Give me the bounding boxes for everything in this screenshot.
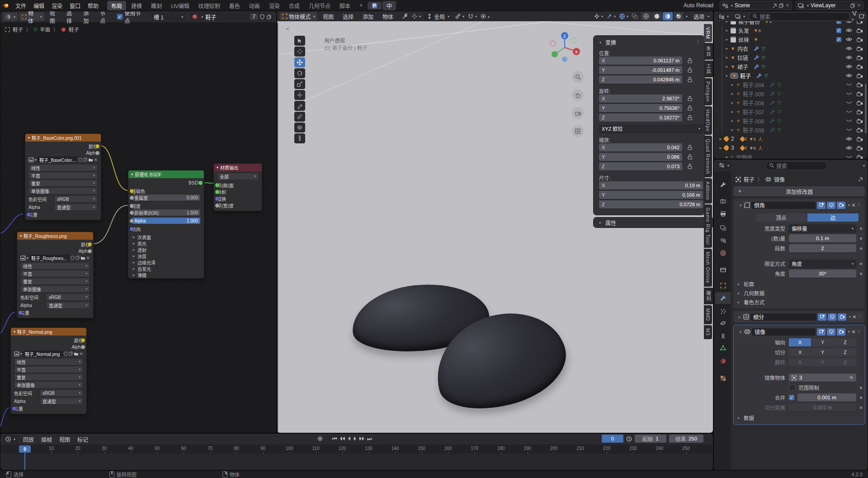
lock-icon[interactable] xyxy=(688,154,693,160)
socket-normal[interactable] xyxy=(129,227,134,232)
colorspace-row[interactable]: 色彩空间sRGB▾ xyxy=(20,294,90,300)
bevel-mode-边[interactable]: 边 xyxy=(807,213,859,222)
workspace-tab-合成[interactable]: 合成 xyxy=(285,1,304,10)
camera-visibility-icon[interactable] xyxy=(857,28,863,33)
render-toggle[interactable] xyxy=(838,313,846,321)
workspace-tab-着色[interactable]: 着色 xyxy=(225,1,244,10)
bsdf-node-header[interactable]: ▾原理化 BSDF xyxy=(128,170,204,178)
viewport-options[interactable]: 选项▾ xyxy=(693,12,709,20)
camera-visibility-icon[interactable] xyxy=(857,64,863,69)
lock-icon[interactable] xyxy=(688,67,693,73)
object-name[interactable]: 鞋子.007 xyxy=(743,108,764,116)
sidebar-tab-VRM[interactable]: VRM xyxy=(704,24,712,42)
decorator-dot[interactable] xyxy=(860,237,862,240)
bsdf-section-透射[interactable]: ▸透射 xyxy=(132,246,201,253)
object-name[interactable]: 鞋子 xyxy=(740,72,751,80)
camera-visibility-icon[interactable] xyxy=(857,91,863,96)
socket-颜色[interactable] xyxy=(87,242,92,247)
object-name[interactable]: 2 xyxy=(731,136,734,142)
dropdown-平直[interactable]: 平直▾ xyxy=(28,172,98,179)
decorator-dot[interactable] xyxy=(860,273,862,275)
properties-editor-type[interactable]: ▾ xyxy=(717,161,731,170)
selectability-checkbox[interactable]: ✓ xyxy=(836,28,841,33)
transform-rotation-Y[interactable]: Y0.75636° xyxy=(599,104,693,112)
expand-arrow[interactable]: ▸ xyxy=(718,137,723,141)
camera-visibility-icon[interactable] xyxy=(857,55,863,60)
sidebar-tab-工具[interactable]: 工具 xyxy=(704,61,713,77)
transform-scale-X[interactable]: X0.042 xyxy=(599,143,693,151)
workspace-tab-extra[interactable]: 中 xyxy=(382,1,396,10)
timeline-ruler[interactable]: 0102030405060708090100110120130140150160… xyxy=(0,445,713,454)
field-location-Y[interactable]: Y-0.051487 m xyxy=(599,66,682,74)
breadcrumb-material[interactable]: 鞋子 xyxy=(69,26,79,33)
transform-dimensions-X[interactable]: X0.19 m xyxy=(599,181,703,189)
sidebar-tab-Quad Remesh[interactable]: Quad Remesh xyxy=(704,136,712,178)
eye-icon[interactable] xyxy=(846,92,852,95)
viewport-shading-solid-button[interactable] xyxy=(652,12,662,20)
lock-icon[interactable] xyxy=(688,96,693,101)
modifier-delete-icon[interactable]: ✕ xyxy=(851,202,856,208)
edit-mode-toggle[interactable] xyxy=(818,313,826,321)
texture-node-0[interactable]: ▾鞋子_BaseColor.png.001颜色Alpha▾鞋子_BaseColo… xyxy=(25,133,101,220)
snap-magnet-dropdown[interactable]: ▾ xyxy=(467,13,477,19)
field-rotation-X[interactable]: X2.9872° xyxy=(599,95,682,103)
texture-node-header[interactable]: ▾鞋子_BaseColor.png.001 xyxy=(25,134,101,142)
selectability-checkbox[interactable]: ✓ xyxy=(836,37,841,42)
eye-icon[interactable] xyxy=(846,83,852,86)
eye-icon[interactable] xyxy=(846,46,852,51)
topbar-menu-编辑[interactable]: 编辑 xyxy=(30,2,48,9)
object-name[interactable]: 鞋子.004 xyxy=(743,81,764,89)
properties-options-chevron[interactable]: ▾ xyxy=(863,164,865,168)
field-scale-Y[interactable]: Y0.086 xyxy=(599,153,682,161)
output-target-dropdown[interactable]: 全部▾ xyxy=(217,173,259,180)
viewport-shading-material-button[interactable] xyxy=(663,12,673,20)
topbar-menu-文件[interactable]: 文件 xyxy=(12,2,30,9)
image-datablock[interactable]: ▾鞋子_BaseColor....✕ xyxy=(28,156,98,163)
socket-vector[interactable] xyxy=(12,406,17,411)
render-toggle[interactable] xyxy=(837,328,845,336)
socket-bsdf-out[interactable] xyxy=(198,180,203,185)
dropdown-单张图像[interactable]: 单张图像▾ xyxy=(28,188,98,194)
outliner-row-鞋子.008[interactable]: ▸▼鞋子.008▽ xyxy=(714,116,868,125)
modifier-drag-dots[interactable]: ⠿ xyxy=(858,315,861,319)
camera-visibility-icon[interactable] xyxy=(857,118,863,123)
outliner-row-拉链[interactable]: ▸▼拉链▽ xyxy=(714,53,868,62)
field-rotation-Z[interactable]: Z0.18272° xyxy=(599,114,682,122)
prev-keyframe-button[interactable]: ⏴⏴ xyxy=(340,435,345,442)
eye-icon[interactable] xyxy=(846,119,852,123)
outliner-row-2[interactable]: ▸22▼3人 xyxy=(714,134,868,143)
transform-location-Y[interactable]: Y-0.051487 m xyxy=(599,66,693,74)
expand-arrow[interactable]: ▸ xyxy=(725,21,729,24)
properties-tab-object[interactable] xyxy=(715,279,731,291)
properties-tab-physics[interactable] xyxy=(715,317,731,329)
image-datablock[interactable]: ▾鞋子_Normal.png✕ xyxy=(14,350,83,357)
timeline-menu-回放[interactable]: 回放 xyxy=(19,435,38,443)
play-button[interactable]: ⏵ xyxy=(354,435,356,442)
properties-tab-constraints[interactable] xyxy=(715,330,731,342)
object-name[interactable]: 3 xyxy=(731,145,734,151)
eye-icon[interactable] xyxy=(846,146,852,150)
socket-体积[interactable] xyxy=(215,189,220,194)
topbar-menu-帮助[interactable]: 帮助 xyxy=(84,2,102,9)
outliner-search[interactable]: 搜索 xyxy=(749,12,850,21)
sidebar-tab-M3[interactable]: M3 xyxy=(704,325,712,339)
new-material-icon[interactable] xyxy=(267,14,271,19)
copy-scene-icon[interactable] xyxy=(779,3,783,8)
camera-visibility-icon[interactable] xyxy=(857,128,863,133)
jump-to-end-button[interactable]: ⏭ xyxy=(367,435,372,442)
eye-icon[interactable] xyxy=(846,64,852,69)
tool-cursor[interactable] xyxy=(294,47,305,57)
shader-type-dropdown[interactable]: 物体▾ xyxy=(19,13,44,21)
properties-tab-particles[interactable] xyxy=(715,305,731,317)
modifier-extras-chevron[interactable]: ▾ xyxy=(848,203,850,207)
realtime-toggle[interactable] xyxy=(828,313,836,321)
workspace-addon-icon[interactable] xyxy=(368,2,382,9)
breadcrumb-object[interactable]: 鞋子 xyxy=(13,26,23,33)
tool-measure[interactable] xyxy=(294,112,305,122)
field-scale-Z[interactable]: Z0.073 xyxy=(599,162,682,170)
outliner-row-头发[interactable]: ▸头发▼6✓ xyxy=(714,26,868,35)
dropdown-重复[interactable]: 重复▾ xyxy=(28,180,98,186)
viewport-shading-wireframe-button[interactable] xyxy=(641,12,651,20)
tool-scale[interactable] xyxy=(294,79,305,89)
next-keyframe-button[interactable]: ⏵⏵ xyxy=(359,435,364,442)
